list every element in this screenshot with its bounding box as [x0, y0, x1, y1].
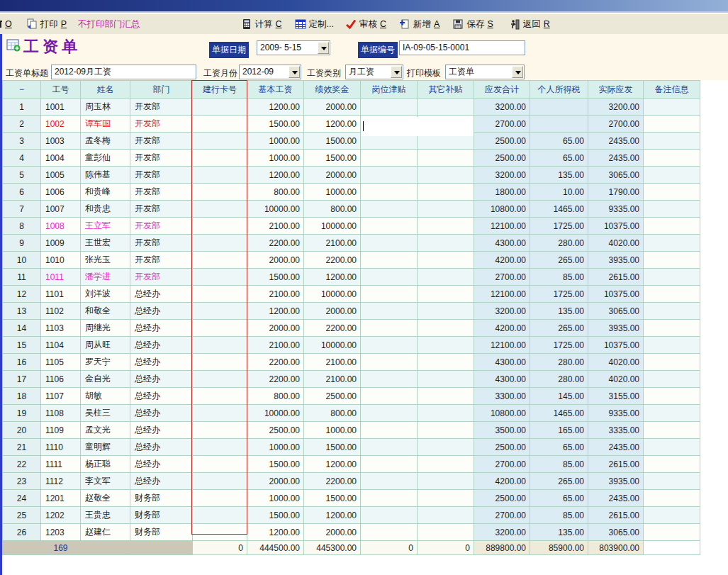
- income-tax-cell[interactable]: 1465.00: [530, 405, 588, 422]
- other-subsidy-cell[interactable]: [418, 439, 474, 456]
- base-salary-cell[interactable]: 800.00: [247, 388, 304, 405]
- gross-total-cell[interactable]: 12100.00: [474, 337, 530, 354]
- employee-id-cell[interactable]: 1103: [41, 320, 81, 337]
- income-tax-cell[interactable]: 145.00: [530, 388, 588, 405]
- base-salary-cell[interactable]: 10000.00: [247, 201, 304, 218]
- employee-id-cell[interactable]: 1104: [41, 337, 81, 354]
- department-cell[interactable]: 财务部: [130, 507, 193, 524]
- col-header-income-tax[interactable]: 个人所得税: [530, 81, 588, 99]
- other-subsidy-cell[interactable]: [418, 473, 474, 490]
- post-allowance-cell[interactable]: [361, 439, 418, 456]
- employee-id-cell[interactable]: 1201: [41, 490, 81, 507]
- col-header-department[interactable]: 部门: [130, 81, 193, 99]
- net-pay-cell[interactable]: 9335.00: [588, 201, 644, 218]
- gross-total-cell[interactable]: 2700.00: [474, 116, 530, 133]
- gross-total-cell[interactable]: 10800.00: [474, 201, 530, 218]
- post-allowance-cell[interactable]: [361, 473, 418, 490]
- table-row[interactable]: 12 1101 刘洋波 总经办 2100.00 10000.00 12100.0…: [3, 286, 700, 303]
- department-cell[interactable]: 开发部: [130, 252, 193, 269]
- remarks-cell[interactable]: [644, 507, 700, 524]
- department-cell[interactable]: 开发部: [130, 167, 193, 184]
- row-number-cell[interactable]: 16: [3, 354, 41, 371]
- performance-bonus-cell[interactable]: 2100.00: [304, 354, 361, 371]
- base-salary-cell[interactable]: 2100.00: [247, 218, 304, 235]
- table-row[interactable]: 13 1102 和敬全 总经办 1200.00 2000.00 3200.00 …: [3, 303, 700, 320]
- col-header-rownum[interactable]: −: [3, 81, 41, 99]
- net-pay-cell[interactable]: 10375.00: [588, 218, 644, 235]
- employee-id-cell[interactable]: 1101: [41, 286, 81, 303]
- income-tax-cell[interactable]: 280.00: [530, 235, 588, 252]
- remarks-cell[interactable]: [644, 218, 700, 235]
- employee-id-cell[interactable]: 1010: [41, 252, 81, 269]
- other-subsidy-cell[interactable]: [418, 303, 474, 320]
- row-number-cell[interactable]: 23: [3, 473, 41, 490]
- base-salary-cell[interactable]: 1500.00: [247, 456, 304, 473]
- bank-card-cell[interactable]: [193, 337, 247, 354]
- remarks-cell[interactable]: [644, 201, 700, 218]
- name-cell[interactable]: 金自光: [81, 371, 130, 388]
- gross-total-cell[interactable]: 2700.00: [474, 269, 530, 286]
- performance-bonus-cell[interactable]: 1500.00: [304, 133, 361, 150]
- base-salary-cell[interactable]: 1200.00: [247, 524, 304, 541]
- base-salary-cell[interactable]: 2200.00: [247, 371, 304, 388]
- department-cell[interactable]: 总经办: [130, 320, 193, 337]
- remarks-cell[interactable]: [644, 184, 700, 201]
- department-cell[interactable]: 开发部: [130, 269, 193, 286]
- table-row[interactable]: 11 1011 潘学进 开发部 1500.00 1200.00 2700.00 …: [3, 269, 700, 286]
- table-row[interactable]: 16 1105 罗天宁 总经办 2200.00 2100.00 4300.00 …: [3, 354, 700, 371]
- table-row[interactable]: 2 1002 谭军国 开发部 1500.00 1200.00 2700.00 2…: [3, 116, 700, 133]
- base-salary-cell[interactable]: 2100.00: [247, 337, 304, 354]
- post-allowance-cell[interactable]: [361, 320, 418, 337]
- post-allowance-cell[interactable]: [361, 524, 418, 541]
- performance-bonus-cell[interactable]: 2500.00: [304, 388, 361, 405]
- department-cell[interactable]: 总经办: [130, 337, 193, 354]
- col-header-bank-card[interactable]: 建行卡号: [193, 81, 247, 99]
- col-header-remarks[interactable]: 备注信息: [644, 81, 700, 99]
- income-tax-cell[interactable]: 265.00: [530, 252, 588, 269]
- income-tax-cell[interactable]: 265.00: [530, 320, 588, 337]
- other-subsidy-cell[interactable]: [418, 184, 474, 201]
- bank-card-cell[interactable]: [193, 354, 247, 371]
- remarks-cell[interactable]: [644, 133, 700, 150]
- post-allowance-cell[interactable]: [361, 422, 418, 439]
- remarks-cell[interactable]: [644, 354, 700, 371]
- performance-bonus-cell[interactable]: 1500.00: [304, 150, 361, 167]
- income-tax-cell[interactable]: 1725.00: [530, 218, 588, 235]
- income-tax-cell[interactable]: 135.00: [530, 303, 588, 320]
- income-tax-cell[interactable]: 65.00: [530, 150, 588, 167]
- net-pay-cell[interactable]: 3935.00: [588, 252, 644, 269]
- employee-id-cell[interactable]: 1102: [41, 303, 81, 320]
- remarks-cell[interactable]: [644, 524, 700, 541]
- bank-card-cell[interactable]: [193, 252, 247, 269]
- department-cell[interactable]: 总经办: [130, 286, 193, 303]
- department-cell[interactable]: 开发部: [130, 150, 193, 167]
- post-allowance-cell[interactable]: [361, 184, 418, 201]
- post-allowance-cell[interactable]: [361, 405, 418, 422]
- net-pay-cell[interactable]: 4020.00: [588, 354, 644, 371]
- gross-total-cell[interactable]: 4200.00: [474, 473, 530, 490]
- bank-card-cell[interactable]: [193, 218, 247, 235]
- name-cell[interactable]: 周从旺: [81, 337, 130, 354]
- row-number-cell[interactable]: 22: [3, 456, 41, 473]
- employee-id-cell[interactable]: 1203: [41, 524, 81, 541]
- post-allowance-cell[interactable]: [361, 371, 418, 388]
- gross-total-cell[interactable]: 4300.00: [474, 235, 530, 252]
- other-subsidy-cell[interactable]: [418, 337, 474, 354]
- other-subsidy-cell[interactable]: [418, 490, 474, 507]
- income-tax-cell[interactable]: 65.00: [530, 133, 588, 150]
- table-row[interactable]: 4 1004 童彭仙 开发部 1000.00 1500.00 2500.00 6…: [3, 150, 700, 167]
- post-allowance-cell[interactable]: [361, 456, 418, 473]
- base-salary-cell[interactable]: 1500.00: [247, 269, 304, 286]
- base-salary-cell[interactable]: 1200.00: [247, 167, 304, 184]
- base-salary-cell[interactable]: 2200.00: [247, 235, 304, 252]
- net-pay-cell[interactable]: 2435.00: [588, 150, 644, 167]
- toolbar-customize-button[interactable]: 定制...: [295, 18, 334, 30]
- print-template-dropdown-arrow-icon[interactable]: [512, 66, 523, 78]
- income-tax-cell[interactable]: 85.00: [530, 507, 588, 524]
- other-subsidy-cell[interactable]: [418, 167, 474, 184]
- base-salary-cell[interactable]: 2000.00: [247, 252, 304, 269]
- remarks-cell[interactable]: [644, 303, 700, 320]
- table-row[interactable]: 18 1107 胡敏 总经办 800.00 2500.00 3300.00 14…: [3, 388, 700, 405]
- name-cell[interactable]: 罗天宁: [81, 354, 130, 371]
- gross-total-cell[interactable]: 2500.00: [474, 439, 530, 456]
